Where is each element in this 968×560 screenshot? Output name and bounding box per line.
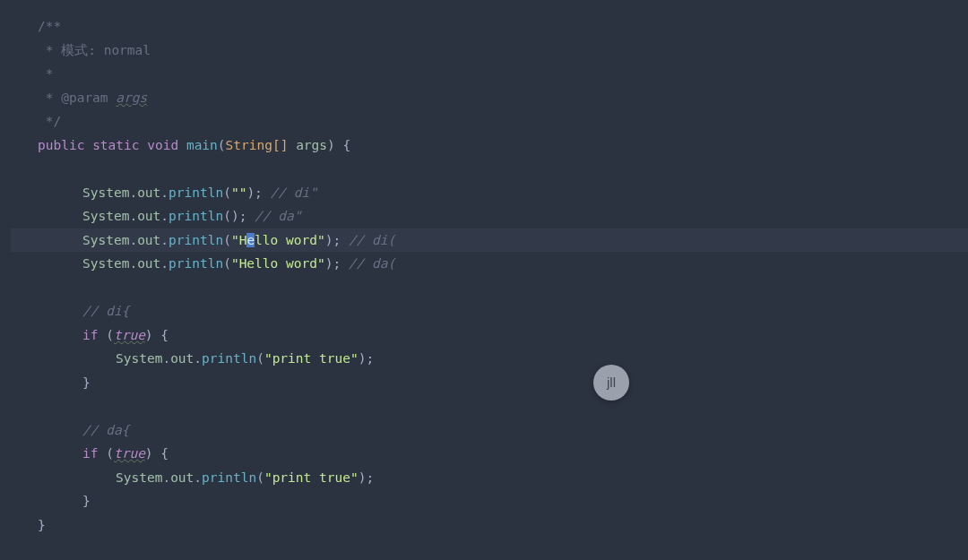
- code-line[interactable]: if (true) {: [11, 442, 968, 466]
- ident-out: out: [137, 256, 160, 271]
- code-line[interactable]: }: [11, 371, 968, 395]
- method-println: println: [169, 185, 223, 200]
- dot: .: [160, 233, 169, 247]
- paren-open: (: [218, 138, 226, 152]
- method-println: println: [202, 351, 256, 366]
- dot: .: [160, 209, 169, 223]
- code-line[interactable]: }: [11, 489, 968, 513]
- code-editor[interactable]: /** * 模式: normal * * @param args */ publ…: [11, 0, 968, 560]
- line-comment: // di{: [82, 304, 129, 318]
- paren-open: (: [223, 185, 231, 200]
- kw-true: true: [114, 446, 145, 461]
- code-line[interactable]: if (true) {: [11, 323, 968, 348]
- paren-close: ): [327, 138, 335, 152]
- string-hello-pre: "H: [231, 233, 246, 247]
- ident-out: out: [137, 185, 160, 200]
- ident-out: out: [137, 209, 160, 223]
- kw-if: if: [82, 446, 98, 461]
- javadoc-close: */: [38, 114, 61, 128]
- kw-true: true: [114, 328, 145, 342]
- dot: .: [129, 256, 137, 271]
- dot: .: [162, 351, 170, 366]
- kw-static: static: [92, 138, 139, 152]
- paren-open: (: [223, 209, 231, 223]
- ident-system: System: [82, 185, 129, 200]
- code-line[interactable]: // di{: [11, 299, 968, 323]
- javadoc-mode: * 模式: normal: [38, 43, 151, 57]
- brace-open: {: [335, 138, 350, 152]
- javadoc-open: /**: [38, 19, 61, 33]
- method-println: println: [169, 233, 223, 247]
- brace-open: ) {: [145, 446, 169, 461]
- dot: .: [194, 351, 202, 366]
- paren-close: ): [246, 185, 255, 200]
- blank-line[interactable]: [11, 157, 968, 181]
- string-hello: "Hello word": [231, 256, 325, 271]
- dot: .: [129, 185, 137, 200]
- semi: ;: [333, 256, 341, 271]
- type-string-array: String[]: [226, 138, 289, 152]
- string-print-true: "print true": [264, 470, 359, 485]
- semi: ;: [255, 185, 263, 200]
- line-comment: // da(: [341, 256, 395, 271]
- method-println: println: [169, 209, 223, 223]
- keycast-badge: jll: [593, 365, 629, 401]
- ident-out: out: [170, 470, 194, 485]
- code-line[interactable]: System.out.println(""); // di": [11, 181, 968, 205]
- code-line[interactable]: System.out.println(); // da": [11, 204, 968, 228]
- string-hello-post: llo word": [255, 233, 325, 247]
- dot: .: [129, 209, 137, 223]
- paren-open: (: [106, 446, 114, 461]
- paren-open: (: [106, 328, 114, 342]
- code-line[interactable]: // da{: [11, 418, 968, 443]
- code-line[interactable]: *: [11, 62, 968, 86]
- badge-label: jll: [607, 371, 616, 395]
- ident-out: out: [137, 233, 160, 247]
- javadoc-param-name: args: [116, 90, 147, 105]
- blank-line[interactable]: [11, 394, 968, 418]
- code-line[interactable]: */: [11, 109, 968, 134]
- semi: ;: [366, 470, 374, 485]
- line-comment: // di(: [341, 233, 395, 247]
- code-line[interactable]: * 模式: normal: [11, 39, 968, 63]
- string-print-true: "print true": [264, 351, 359, 366]
- code-line[interactable]: System.out.println("print true");: [11, 466, 968, 490]
- ident-system: System: [82, 256, 129, 271]
- method-println: println: [202, 470, 256, 485]
- dot: .: [194, 470, 202, 485]
- dot: .: [162, 470, 170, 485]
- brace-close: }: [38, 518, 46, 532]
- code-line[interactable]: System.out.println("Hello word"); // da(: [11, 252, 968, 276]
- ident-args: args: [296, 138, 327, 152]
- brace-close: }: [82, 375, 91, 390]
- dot: .: [160, 256, 169, 271]
- dot: .: [160, 185, 169, 200]
- kw-if: if: [82, 328, 98, 342]
- dot: .: [129, 233, 137, 247]
- line-comment: // da": [246, 209, 301, 223]
- code-line[interactable]: /**: [11, 14, 968, 39]
- code-line-current[interactable]: System.out.println("Hello word"); // di(: [11, 228, 968, 253]
- code-line[interactable]: public static void main(String[] args) {: [11, 134, 968, 158]
- code-line[interactable]: }: [11, 513, 968, 538]
- method-println: println: [169, 256, 223, 271]
- paren-open: (: [223, 233, 231, 247]
- brace-open: ) {: [145, 328, 169, 342]
- paren-open: (: [256, 351, 264, 366]
- semi: ;: [333, 233, 341, 247]
- blank-line[interactable]: [11, 276, 968, 300]
- kw-void: void: [147, 138, 178, 152]
- brace-close: }: [82, 494, 91, 508]
- paren-open: (: [223, 256, 231, 271]
- ident-out: out: [170, 351, 194, 366]
- kw-public: public: [38, 138, 84, 152]
- ident-system: System: [116, 351, 162, 366]
- cursor-block: e: [246, 233, 255, 247]
- string-empty: "": [231, 185, 246, 200]
- paren-close: ): [231, 209, 239, 223]
- code-line[interactable]: System.out.println("print true");: [11, 347, 968, 371]
- ident-system: System: [82, 233, 129, 247]
- code-line[interactable]: * @param args: [11, 86, 968, 110]
- paren-open: (: [256, 470, 264, 485]
- ident-system: System: [116, 470, 162, 485]
